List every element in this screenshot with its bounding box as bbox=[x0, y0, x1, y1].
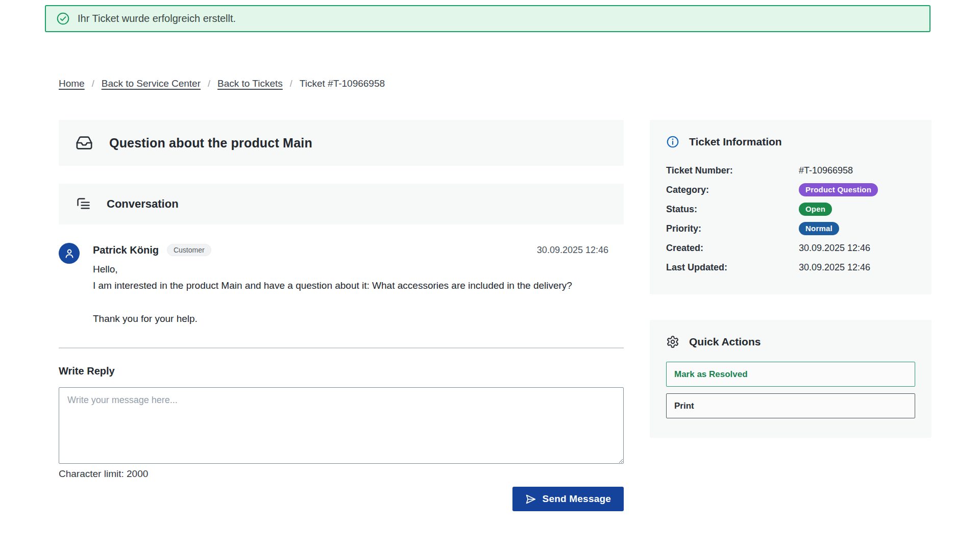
message-text: Hello, I am interested in the product Ma… bbox=[93, 261, 585, 327]
row-label: Status: bbox=[666, 204, 799, 215]
breadcrumb-tickets-link[interactable]: Back to Tickets bbox=[217, 78, 283, 89]
role-badge: Customer bbox=[167, 244, 211, 256]
breadcrumb-separator: / bbox=[92, 79, 94, 89]
row-label: Ticket Number: bbox=[666, 165, 799, 176]
conversation-section: Conversation Patrick König Customer 3 bbox=[59, 184, 624, 511]
row-label: Created: bbox=[666, 243, 799, 254]
conversation-message: Patrick König Customer 30.09.2025 12:46 … bbox=[59, 243, 624, 327]
ticket-number-value: #T-10966958 bbox=[799, 165, 853, 176]
inbox-icon bbox=[76, 134, 93, 152]
send-message-label: Send Message bbox=[543, 493, 611, 505]
category-badge: Product Question bbox=[799, 183, 878, 197]
ticket-information-card: Ticket Information Ticket Number: #T-109… bbox=[650, 120, 932, 294]
reply-textarea[interactable] bbox=[59, 387, 624, 464]
quick-actions-title: Quick Actions bbox=[689, 336, 761, 348]
created-value: 30.09.2025 12:46 bbox=[799, 243, 870, 254]
check-circle-icon bbox=[56, 12, 70, 26]
created-row: Created: 30.09.2025 12:46 bbox=[666, 238, 915, 258]
row-label: Last Updated: bbox=[666, 262, 799, 273]
ticket-information-rows: Ticket Number: #T-10966958 Category: Pro… bbox=[666, 161, 915, 277]
content-area: Question about the product Main Conversa… bbox=[59, 120, 932, 511]
success-banner-text: Ihr Ticket wurde erfolgreich erstellt. bbox=[78, 13, 236, 24]
row-label: Priority: bbox=[666, 223, 799, 234]
send-icon bbox=[525, 494, 536, 505]
breadcrumb-separator: / bbox=[290, 79, 292, 89]
ticket-subject-header: Question about the product Main bbox=[59, 120, 624, 166]
main-column: Question about the product Main Conversa… bbox=[59, 120, 624, 511]
info-icon bbox=[666, 135, 679, 148]
conversation-title: Conversation bbox=[107, 197, 179, 211]
character-limit-text: Character limit: 2000 bbox=[59, 468, 624, 480]
ticket-information-header: Ticket Information bbox=[666, 135, 915, 148]
priority-row: Priority: Normal bbox=[666, 219, 915, 238]
ticket-number-row: Ticket Number: #T-10966958 bbox=[666, 161, 915, 180]
ticket-detail-page: Ihr Ticket wurde erfolgreich erstellt. H… bbox=[0, 0, 980, 551]
mark-as-resolved-button[interactable]: Mark as Resolved bbox=[666, 362, 915, 387]
message-header: Patrick König Customer 30.09.2025 12:46 bbox=[93, 244, 624, 256]
avatar bbox=[59, 243, 80, 264]
send-row: Send Message bbox=[59, 487, 624, 511]
conversation-pages-icon bbox=[76, 196, 91, 212]
section-divider bbox=[59, 347, 624, 348]
status-row: Status: Open bbox=[666, 199, 915, 219]
conversation-header: Conversation bbox=[59, 184, 624, 224]
last-updated-row: Last Updated: 30.09.2025 12:46 bbox=[666, 258, 915, 277]
sidebar: Ticket Information Ticket Number: #T-109… bbox=[650, 120, 932, 438]
row-label: Category: bbox=[666, 185, 799, 195]
quick-actions-card: Quick Actions Mark as Resolved Print bbox=[650, 320, 932, 438]
breadcrumb-service-center-link[interactable]: Back to Service Center bbox=[102, 78, 201, 89]
write-reply-title: Write Reply bbox=[59, 365, 624, 377]
send-message-button[interactable]: Send Message bbox=[512, 487, 624, 511]
success-banner: Ihr Ticket wurde erfolgreich erstellt. bbox=[45, 5, 930, 32]
message-author: Patrick König bbox=[93, 244, 159, 256]
write-reply-section: Write Reply Character limit: 2000 Send M… bbox=[59, 365, 624, 511]
ticket-information-title: Ticket Information bbox=[689, 136, 782, 148]
breadcrumb-home-link[interactable]: Home bbox=[59, 78, 85, 89]
status-badge: Open bbox=[799, 203, 832, 216]
breadcrumb-current-ticket: Ticket #T-10966958 bbox=[300, 78, 385, 89]
breadcrumb: Home / Back to Service Center / Back to … bbox=[59, 78, 980, 89]
print-button[interactable]: Print bbox=[666, 393, 915, 418]
ticket-subject-title: Question about the product Main bbox=[109, 136, 312, 151]
last-updated-value: 30.09.2025 12:46 bbox=[799, 262, 870, 273]
user-icon bbox=[63, 247, 76, 260]
message-timestamp: 30.09.2025 12:46 bbox=[537, 245, 608, 256]
category-row: Category: Product Question bbox=[666, 180, 915, 199]
message-body: Patrick König Customer 30.09.2025 12:46 … bbox=[93, 243, 624, 327]
gear-icon bbox=[666, 335, 679, 348]
priority-badge: Normal bbox=[799, 222, 839, 236]
quick-actions-header: Quick Actions bbox=[666, 335, 915, 348]
breadcrumb-separator: / bbox=[208, 79, 210, 89]
